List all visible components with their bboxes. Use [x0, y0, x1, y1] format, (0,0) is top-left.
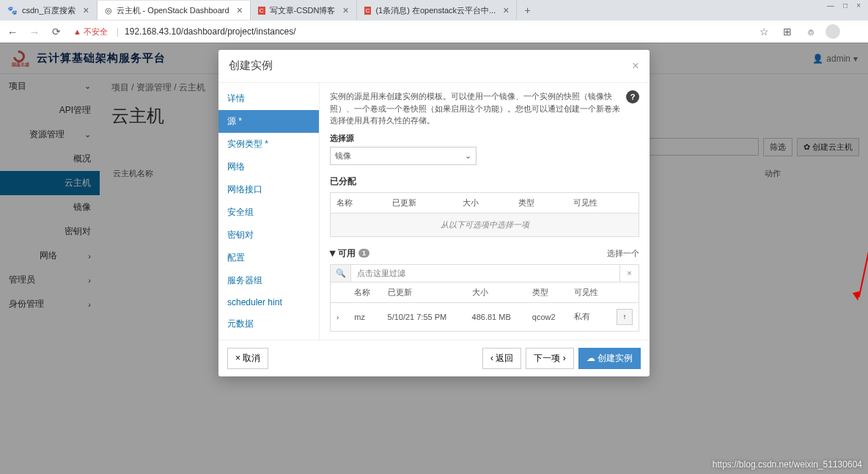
wizard-nav: 详情 源 * 实例类型 * 网络 网络接口 安全组 密钥对 配置 服务器组 sc… — [218, 83, 320, 340]
modal-title: 创建实例 — [229, 59, 273, 73]
wizard-step-secgroups[interactable]: 安全组 — [218, 201, 319, 224]
wizard-step-source[interactable]: 源 * — [218, 110, 319, 133]
minimize-icon: — — [827, 1, 834, 10]
browser-tab[interactable]: C(1条消息) 在openstack云平台中...× — [357, 1, 518, 20]
wizard-step-servergroup[interactable]: 服务器组 — [218, 269, 319, 292]
filter-row: 🔍 × — [330, 264, 639, 282]
window-controls[interactable]: — □ × — [823, 0, 865, 11]
cell-type: qcow2 — [526, 302, 568, 331]
clear-icon[interactable]: × — [619, 265, 639, 282]
close-icon: × — [856, 1, 861, 10]
choose-one-label: 选择一个 — [607, 248, 639, 259]
chevron-down-icon: ⌄ — [465, 151, 471, 161]
reload-button[interactable]: ⟳ — [48, 26, 65, 37]
available-table: 名称 已更新 大小 类型 可见性 › mz 5/10/21 7:55 PM 48… — [330, 282, 639, 332]
tab-title: csdn_百度搜索 — [22, 5, 76, 16]
extension-icon[interactable]: ⊞ — [779, 26, 796, 37]
table-row: › mz 5/10/21 7:55 PM 486.81 MB qcow2 私有 … — [331, 302, 639, 331]
security-indicator[interactable]: ▲ 不安全 — [70, 26, 111, 37]
source-select[interactable]: 镜像 ⌄ — [330, 147, 477, 165]
filter-input[interactable] — [351, 265, 619, 282]
wizard-step-networks[interactable]: 网络 — [218, 156, 319, 178]
wizard-step-ports[interactable]: 网络接口 — [218, 178, 319, 201]
launch-button[interactable]: ☁ 创建实例 — [578, 348, 641, 369]
prev-button[interactable]: ‹ 返回 — [482, 348, 521, 369]
maximize-icon: □ — [843, 1, 847, 10]
launch-instance-modal: 创建实例 × 详情 源 * 实例类型 * 网络 网络接口 安全组 密钥对 配置 … — [218, 50, 650, 376]
back-button[interactable]: ← — [4, 26, 21, 38]
tab-title: 云主机 - OpenStack Dashboard — [117, 5, 229, 16]
cell-visibility: 私有 — [568, 302, 611, 331]
browser-tab[interactable]: C写文章-CSDN博客× — [251, 1, 357, 20]
star-icon[interactable]: ☆ — [755, 26, 773, 37]
wizard-step-config[interactable]: 配置 — [218, 247, 319, 269]
allocated-heading: 已分配 — [330, 175, 639, 188]
browser-tabs: 🐾csdn_百度搜索× ◎云主机 - OpenStack Dashboard× … — [0, 0, 868, 21]
cell-size: 486.81 MB — [466, 302, 526, 331]
browser-tab[interactable]: 🐾csdn_百度搜索× — [0, 1, 98, 20]
close-icon[interactable]: × — [503, 4, 509, 16]
description-text: 实例的源是用来创建实例的模板。可以使用一个镜像、一个实例的快照（镜像快照）、一个… — [330, 90, 639, 127]
source-label: 选择源 — [330, 133, 639, 144]
tab-title: (1条消息) 在openstack云平台中... — [375, 5, 496, 16]
browser-tab[interactable]: ◎云主机 - OpenStack Dashboard× — [98, 1, 251, 20]
search-icon: 🔍 — [331, 265, 351, 282]
expand-icon[interactable]: › — [336, 313, 339, 321]
close-icon[interactable]: × — [342, 4, 348, 16]
allocated-table: 名称 已更新 大小 类型 可见性 从以下可选项中选择一项 — [330, 192, 639, 237]
close-icon[interactable]: × — [237, 4, 243, 16]
wizard-step-metadata[interactable]: 元数据 — [218, 313, 319, 335]
cancel-button[interactable]: × 取消 — [227, 348, 268, 369]
help-icon[interactable]: ? — [626, 90, 639, 103]
caret-icon: ▶ — [329, 250, 337, 256]
new-tab-button[interactable]: + — [517, 1, 537, 19]
address-bar[interactable]: 192.168.43.10/dashboard/project/instance… — [125, 26, 749, 37]
close-icon[interactable]: × — [632, 59, 639, 73]
tab-title: 写文章-CSDN博客 — [270, 5, 336, 16]
cell-updated: 5/10/21 7:55 PM — [382, 302, 466, 331]
cell-name: mz — [348, 302, 381, 331]
allocate-button[interactable]: ↑ — [617, 309, 633, 325]
wizard-step-flavor[interactable]: 实例类型 * — [218, 133, 319, 156]
wizard-step-details[interactable]: 详情 — [218, 87, 319, 110]
watermark: https://blog.csdn.net/weixin_51130604 — [713, 459, 862, 470]
forward-button[interactable]: → — [26, 26, 43, 38]
wizard-step-scheduler[interactable]: scheduler hint — [218, 292, 319, 313]
wizard-step-keypair[interactable]: 密钥对 — [218, 224, 319, 247]
close-icon[interactable]: × — [83, 4, 89, 16]
available-heading[interactable]: ▶ 可用 1 选择一个 — [330, 247, 639, 260]
empty-message: 从以下可选项中选择一项 — [331, 213, 639, 236]
next-button[interactable]: 下一项 › — [526, 348, 573, 369]
count-badge: 1 — [358, 249, 369, 258]
extension-icon[interactable]: ⌾ — [802, 26, 820, 37]
avatar[interactable] — [825, 24, 840, 39]
